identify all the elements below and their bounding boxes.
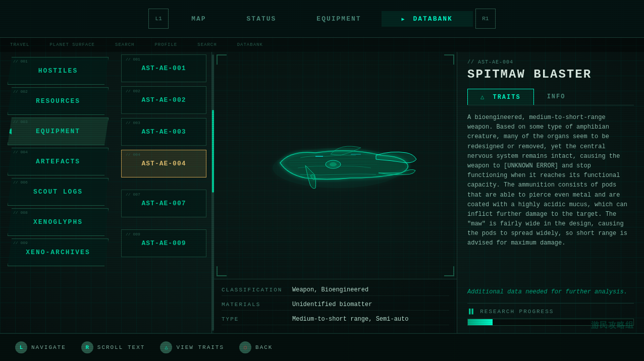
list-item-label: AST-AE-002 xyxy=(141,96,186,104)
materials-row: MATERIALS Unidentified biomatter xyxy=(222,299,449,311)
weapon-image xyxy=(250,120,421,211)
breadcrumb-level2: PLANET SURFACE xyxy=(49,42,95,47)
type-label: TYPE xyxy=(222,316,292,322)
main-content: // 001 HOSTILES // 002 RESOURCES // 003 … xyxy=(0,52,644,333)
sidebar-item-number: // 006 xyxy=(13,180,28,185)
breadcrumb-level3: SEARCH xyxy=(115,42,134,47)
breadcrumb-level5: SEARCH xyxy=(197,42,217,47)
tab-map[interactable]: MAP xyxy=(171,11,226,27)
l-button-icon: L xyxy=(15,341,27,353)
list-item-label: AST-AE-001 xyxy=(141,65,186,72)
sidebar-item-number: // 002 xyxy=(13,89,28,94)
preview-info: CLASSIFICATION Weapon, Bioengineered MAT… xyxy=(214,279,457,333)
view-traits-action[interactable]: △ VIEW TRAITS xyxy=(160,341,224,353)
research-progress-fill xyxy=(468,319,493,325)
sidebar-item-scout-logs[interactable]: // 006 SCOUT LOGS xyxy=(8,178,109,206)
classification-label: CLASSIFICATION xyxy=(222,287,292,293)
list-item-ast-ae-009[interactable]: // 009 AST-AE-009 xyxy=(121,229,206,257)
list-item-ast-ae-001[interactable]: // 001 AST-AE-001 xyxy=(121,54,206,82)
tab-databank[interactable]: DATABANK xyxy=(382,11,473,27)
back-label: BACK xyxy=(255,344,273,350)
svg-point-5 xyxy=(330,162,337,166)
r-button-icon: R xyxy=(81,341,93,353)
type-value: Medium-to-short range, Semi-auto xyxy=(292,316,408,323)
traits-tab-icon: △ xyxy=(480,94,485,101)
additional-data-text: Additional data needed for further analy… xyxy=(467,288,634,295)
nav-l1-button[interactable]: L1 xyxy=(148,9,169,29)
sidebar: // 001 HOSTILES // 002 RESOURCES // 003 … xyxy=(0,52,116,333)
scroll-text-action[interactable]: R SCROLL TEXT xyxy=(81,341,145,353)
breadcrumb-level1: TRAVEL xyxy=(10,42,29,47)
list-item-label: AST-AE-007 xyxy=(141,200,186,207)
sidebar-arrow-icon xyxy=(6,129,12,135)
list-item-number: // 003 xyxy=(126,121,140,125)
tab-info[interactable]: INFO xyxy=(534,89,579,105)
item-id: // AST-AE-004 xyxy=(467,59,634,65)
corner-bracket-bl xyxy=(217,266,227,276)
materials-label: MATERIALS xyxy=(222,302,292,308)
nav-r1-button[interactable]: R1 xyxy=(475,9,496,29)
sidebar-item-number: // 009 xyxy=(13,240,28,245)
view-traits-label: VIEW TRAITS xyxy=(176,344,224,350)
sub-header: TRAVEL PLANET SURFACE SEARCH PROFILE SEA… xyxy=(0,38,644,52)
list-item-number: // 009 xyxy=(126,232,140,236)
sidebar-item-xeno-archives[interactable]: // 009 XENO-ARCHIVES xyxy=(8,238,109,266)
item-title: SPITMAW BLASTER xyxy=(467,68,634,81)
sidebar-item-number: // 008 xyxy=(13,210,28,215)
preview-panel: CLASSIFICATION Weapon, Bioengineered MAT… xyxy=(214,52,457,333)
classification-row: CLASSIFICATION Weapon, Bioengineered xyxy=(222,284,449,296)
sidebar-item-label: XENOGLYPHS xyxy=(33,218,83,226)
list-item-ast-ae-003[interactable]: // 003 AST-AE-003 xyxy=(121,118,206,146)
scroll-text-label: SCROLL TEXT xyxy=(97,344,145,350)
tab-traits[interactable]: △ TRAITS xyxy=(467,89,534,105)
top-navigation: L1 MAP STATUS EQUIPMENT DATABANK R1 xyxy=(0,0,644,38)
corner-bracket-tr xyxy=(444,54,454,65)
list-item-ast-ae-002[interactable]: // 002 AST-AE-002 xyxy=(121,86,206,114)
research-label: ▐▌ RESEARCH PROGRESS xyxy=(467,309,634,315)
list-panel: // 001 AST-AE-001 // 002 AST-AE-002 // 0… xyxy=(116,52,212,333)
list-item-number: // 004 xyxy=(126,152,140,157)
list-item-label: AST-AE-004 xyxy=(141,160,186,167)
materials-value: Unidentified biomatter xyxy=(292,301,372,308)
list-item-ast-ae-004[interactable]: // 004 AST-AE-004 xyxy=(121,150,206,177)
breadcrumb-level4: PROFILE xyxy=(154,42,177,47)
list-item-number: // 002 xyxy=(126,89,140,93)
sidebar-item-resources[interactable]: // 002 RESOURCES xyxy=(8,87,109,115)
sidebar-item-xenoglyphs[interactable]: // 008 XENOGLYPHS xyxy=(8,208,109,236)
sidebar-item-number: // 001 xyxy=(13,59,28,64)
sidebar-item-label: EQUIPMENT xyxy=(36,128,80,135)
sidebar-item-label: RESOURCES xyxy=(36,97,80,105)
tab-status[interactable]: STATUS xyxy=(227,11,297,27)
triangle-button-icon: △ xyxy=(160,341,172,353)
detail-panel: // AST-AE-004 SPITMAW BLASTER △ TRAITS I… xyxy=(457,52,644,333)
corner-bracket-tl xyxy=(217,54,227,65)
sidebar-item-label: SCOUT LOGS xyxy=(33,188,83,196)
navigate-action[interactable]: L NAVIGATE xyxy=(15,341,66,353)
back-action[interactable]: ◯ BACK xyxy=(239,341,273,353)
navigate-label: NAVIGATE xyxy=(31,344,66,350)
sidebar-item-label: ARTEFACTS xyxy=(36,158,80,165)
list-item-ast-ae-007[interactable]: // 007 AST-AE-007 xyxy=(121,190,206,217)
detail-tabs: △ TRAITS INFO xyxy=(467,89,634,105)
sidebar-item-hostiles[interactable]: // 001 HOSTILES xyxy=(8,57,109,85)
type-row: TYPE Medium-to-short range, Semi-auto xyxy=(222,314,449,325)
sidebar-item-artefacts[interactable]: // 004 ARTEFACTS xyxy=(8,148,109,175)
corner-bracket-br xyxy=(444,266,454,276)
list-item-label: AST-AE-003 xyxy=(141,128,186,136)
list-item-number: // 007 xyxy=(126,192,140,197)
sidebar-item-label: HOSTILES xyxy=(38,67,78,75)
list-item-number: // 001 xyxy=(126,57,140,62)
sidebar-item-number: // 004 xyxy=(13,150,28,154)
list-item-label: AST-AE-009 xyxy=(141,239,186,247)
sidebar-item-label: XENO-ARCHIVES xyxy=(26,249,90,256)
bar-chart-icon: ▐▌ xyxy=(467,309,476,315)
circle-button-icon: ◯ xyxy=(239,341,251,353)
preview-image-area xyxy=(214,52,457,279)
tab-equipment[interactable]: EQUIPMENT xyxy=(296,11,381,27)
sidebar-item-number: // 003 xyxy=(13,119,28,124)
breadcrumb-level6: DATABANK xyxy=(237,42,263,47)
bottom-bar: L NAVIGATE R SCROLL TEXT △ VIEW TRAITS ◯… xyxy=(0,333,644,361)
sidebar-item-equipment[interactable]: // 003 EQUIPMENT xyxy=(8,117,109,145)
watermark: 游民攻略组 xyxy=(591,320,634,331)
description-text: A bioengineered, medium-to-short-range w… xyxy=(467,113,634,281)
